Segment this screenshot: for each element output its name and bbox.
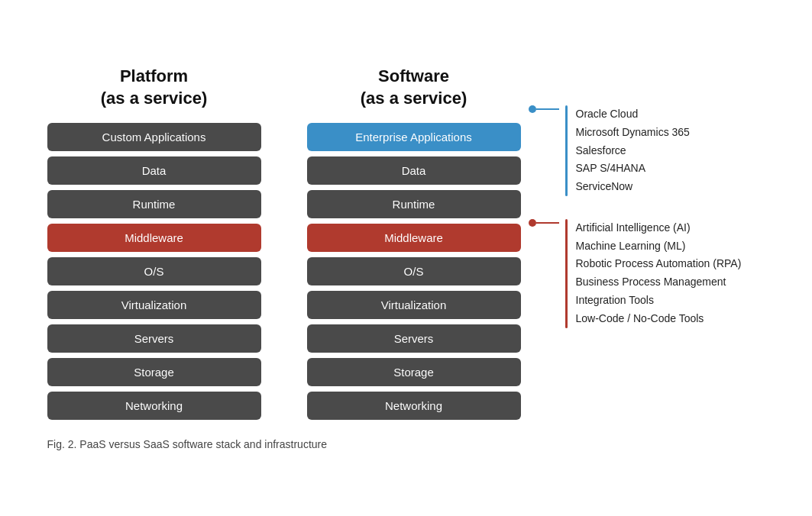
connector-line [529,219,559,227]
annotation-text: SAP S/4HANA [576,160,690,178]
annotation-row: Oracle CloudMicrosoft Dynamics 365Salesf… [529,105,765,196]
annotation-row: Artificial Intelligence (AI)Machine Lear… [529,219,765,328]
annotation-text: Artificial Intelligence (AI) [576,219,742,237]
software-stack-item: O/S [307,257,521,285]
software-title: Software(as a service) [361,66,467,109]
annotation-block: Oracle CloudMicrosoft Dynamics 365Salesf… [565,105,690,196]
annotation-block: Artificial Intelligence (AI)Machine Lear… [565,219,742,328]
platform-stack-item: Data [47,156,261,185]
platform-stack-item: Middleware [47,224,261,252]
software-stack-item: Runtime [307,190,521,218]
platform-stack: Custom ApplicationsDataRuntimeMiddleware… [47,123,261,420]
software-stack-item: Storage [307,358,521,386]
main-layout: Platform(as a service) Custom Applicatio… [47,66,765,420]
platform-stack-item: Storage [47,358,261,386]
annotation-text: Low-Code / No-Code Tools [576,310,742,328]
connector-dot [529,219,536,227]
figure-caption: Fig. 2. PaaS versus SaaS software stack … [47,438,765,450]
software-stack-item: Servers [307,324,521,353]
connector-line-horiz [536,108,559,110]
platform-column: Platform(as a service) Custom Applicatio… [47,66,261,420]
software-stack-item: Networking [307,392,521,420]
software-stack-item: Enterprise Applications [307,123,521,151]
platform-stack-item: Servers [47,324,261,353]
software-stack-item: Data [307,156,521,185]
diagram-container: Platform(as a service) Custom Applicatio… [24,50,788,466]
software-stack-item: Middleware [307,224,521,252]
annotation-text: Salesforce [576,142,690,160]
platform-stack-item: Networking [47,392,261,420]
annotation-text: Integration Tools [576,292,742,310]
annotation-text: Oracle Cloud [576,105,690,124]
connector-line [529,105,559,113]
annotation-text: Machine Learning (ML) [576,237,742,256]
platform-stack-item: Runtime [47,190,261,218]
platform-stack-item: Custom Applications [47,123,261,151]
software-column: Software(as a service) Enterprise Applic… [307,66,521,420]
annotation-text: Business Process Management [576,273,742,292]
annotation-text: ServiceNow [576,178,690,196]
platform-title: Platform(as a service) [101,66,207,109]
annotation-text: Robotic Process Automation (RPA) [576,255,742,273]
connector-line-horiz [536,222,559,224]
annotation-text: Microsoft Dynamics 365 [576,124,690,142]
connector-dot [529,105,536,113]
software-stack: Enterprise ApplicationsDataRuntimeMiddle… [307,123,521,420]
right-panel: Oracle CloudMicrosoft Dynamics 365Salesf… [529,66,765,351]
platform-stack-item: Virtualization [47,291,261,319]
platform-stack-item: O/S [47,257,261,285]
software-stack-item: Virtualization [307,291,521,319]
